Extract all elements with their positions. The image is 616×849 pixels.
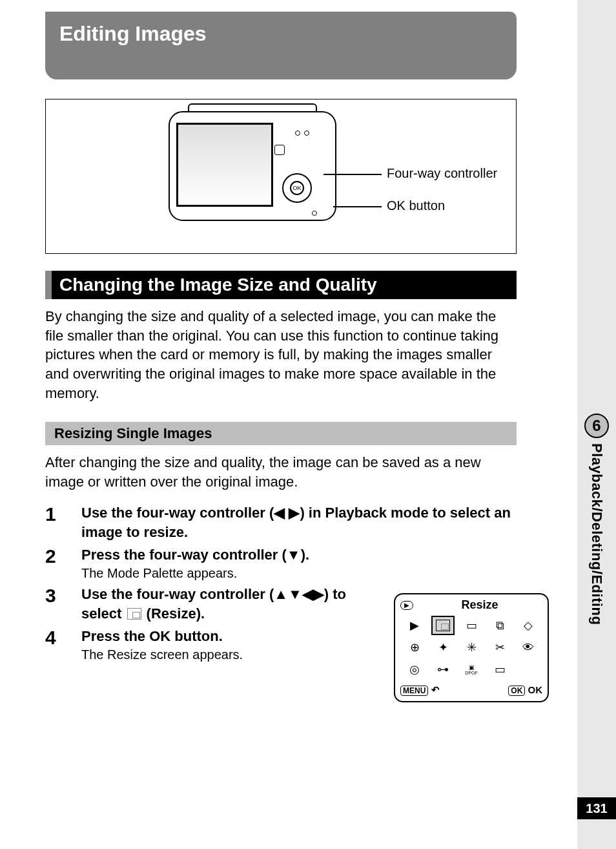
camera-figure: OK Four-way controller OK button (45, 99, 517, 254)
copy-icon: ⧉ (488, 616, 511, 635)
indicator-dot-icon (304, 131, 309, 136)
step-number: 1 (45, 503, 81, 541)
up-arrow-icon: ▲ (274, 586, 288, 602)
section-body: By changing the size and quality of a se… (45, 307, 517, 403)
protect-icon: ⊶ (431, 660, 455, 679)
sub-heading: Resizing Single Images (45, 422, 517, 445)
step-2: 2 Press the four-way controller (▼). The… (45, 545, 517, 581)
down-arrow-icon: ▼ (287, 547, 301, 563)
ok-button-icon: OK (290, 181, 304, 195)
step-number: 4 (45, 627, 81, 662)
frame-icon: ◎ (403, 660, 426, 679)
step-4: 4 Press the OK button. The Resize screen… (45, 627, 381, 662)
camera-illustration: OK (169, 111, 349, 234)
filter-icon: ⊕ (403, 638, 426, 657)
step-number: 2 (45, 545, 81, 581)
soft-icon: ✳ (460, 638, 483, 657)
back-arrow-icon: ↶ (431, 684, 440, 695)
playback-mode-icon: ▶ (400, 601, 413, 610)
section-title: Changing the Image Size and Quality (45, 271, 517, 299)
callout-ok: OK button (387, 198, 445, 213)
left-arrow-icon: ◀ (274, 505, 285, 521)
rotate-icon: ◇ (517, 616, 540, 635)
step-desc: The Resize screen appears. (81, 647, 381, 662)
brightness-icon: ✦ (431, 638, 455, 657)
mode-palette-screen: ▶ Resize ▶ ▭ ⧉ ◇ ⊕ ✦ ✳ ✂ 👁 ◎ ⊶ ▣DPOF ▭ M… (394, 593, 549, 702)
right-arrow-icon: ▶ (289, 505, 300, 521)
right-arrow-icon: ▶ (313, 586, 324, 602)
step-number: 3 (45, 585, 81, 623)
dpof-icon: ▣DPOF (460, 660, 483, 679)
slideshow-icon: ▶ (403, 616, 426, 635)
page-number: 131 (577, 797, 616, 819)
chapter-label: Playback/Deleting/Editing (588, 443, 605, 625)
callout-fourway: Four-way controller (387, 166, 497, 181)
menu-button-label: MENU ↶ (400, 684, 440, 696)
redeye-icon: 👁 (517, 638, 540, 657)
step-title: Press the four-way controller (▼). (81, 545, 517, 565)
palette-grid: ▶ ▭ ⧉ ◇ ⊕ ✦ ✳ ✂ 👁 ◎ ⊶ ▣DPOF ▭ (400, 614, 542, 680)
left-arrow-icon: ◀ (302, 586, 313, 602)
four-way-controller-icon: OK (282, 173, 312, 203)
playback-button-icon (274, 145, 285, 155)
down-arrow-icon: ▼ (288, 586, 302, 602)
sub-body: After changing the size and quality, the… (45, 453, 517, 491)
resize-icon (431, 616, 455, 635)
startup-icon: ▭ (488, 660, 511, 679)
step-title: Use the four-way controller (▲▼◀▶) to se… (81, 585, 381, 623)
indicator-dot-icon (295, 131, 300, 136)
step-1: 1 Use the four-way controller (◀ ▶) in P… (45, 503, 517, 541)
step-title: Use the four-way controller (◀ ▶) in Pla… (81, 503, 517, 541)
movie-edit-icon: ✂ (488, 638, 511, 657)
step-title: Press the OK button. (81, 627, 381, 646)
empty-icon (517, 660, 540, 679)
page-content: Editing Images OK Four-way controller OK… (0, 12, 568, 666)
chapter-title: Editing Images (45, 12, 517, 79)
ok-button-label: OK OK (508, 684, 542, 696)
side-tab: 6 Playback/Deleting/Editing (577, 414, 616, 625)
trimming-icon: ▭ (460, 616, 483, 635)
palette-title: Resize (417, 598, 542, 612)
button-dot-icon (312, 211, 317, 216)
resize-icon (127, 608, 141, 620)
chapter-number-badge: 6 (584, 414, 609, 438)
step-3: 3 Use the four-way controller (▲▼◀▶) to … (45, 585, 381, 623)
step-desc: The Mode Palette appears. (81, 566, 517, 581)
